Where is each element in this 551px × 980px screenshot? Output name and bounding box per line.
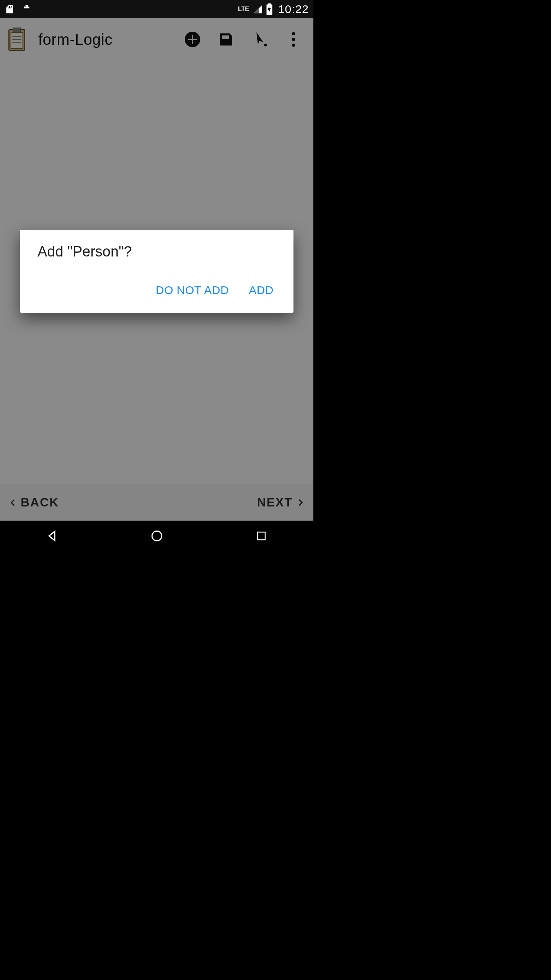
battery-charging-icon <box>266 3 273 15</box>
nav-back-button[interactable] <box>18 525 87 547</box>
svg-rect-12 <box>258 532 265 540</box>
dialog-action-row: DO NOT ADD ADD <box>37 275 276 305</box>
sd-card-icon <box>5 3 15 15</box>
lte-label: LTE <box>238 6 249 13</box>
android-nav-bar <box>0 521 313 551</box>
status-bar: LTE 10:22 <box>0 0 313 18</box>
svg-point-11 <box>152 531 162 541</box>
nav-recent-button[interactable] <box>227 525 296 547</box>
status-right-icons: LTE 10:22 <box>238 3 309 16</box>
status-clock: 10:22 <box>278 3 309 16</box>
add-confirm-button[interactable]: ADD <box>247 281 275 300</box>
device-frame: LTE 10:22 form-Logic <box>0 0 313 551</box>
nav-home-button[interactable] <box>122 525 191 547</box>
signal-icon <box>253 4 263 14</box>
add-person-dialog: Add "Person"? DO NOT ADD ADD <box>20 230 293 313</box>
do-not-add-button[interactable]: DO NOT ADD <box>154 281 230 300</box>
android-head-icon <box>21 3 32 15</box>
dialog-title: Add "Person"? <box>37 243 276 260</box>
status-left-icons <box>5 3 32 15</box>
